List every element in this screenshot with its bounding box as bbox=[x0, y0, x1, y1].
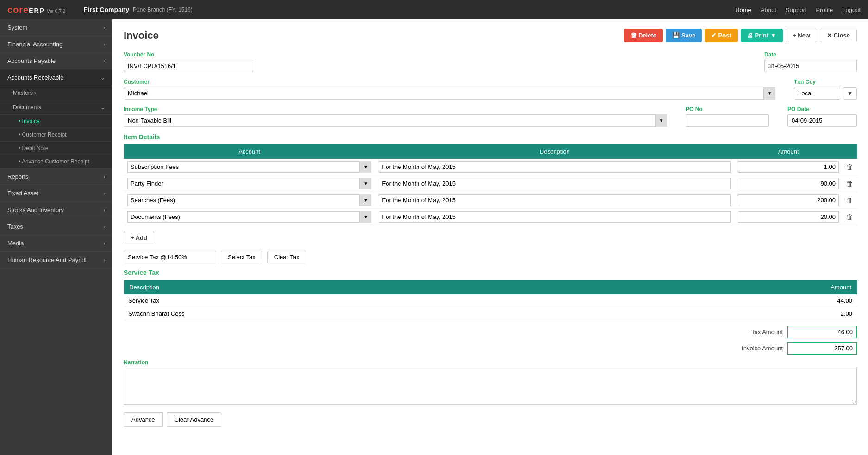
sidebar-item-masters[interactable]: Masters › bbox=[0, 86, 112, 100]
sidebar-sub-documents: • Invoice • Customer Receipt • Debit Not… bbox=[0, 115, 112, 168]
sidebar-item-hr-payroll[interactable]: Human Resource And Payroll › bbox=[0, 252, 112, 268]
add-row-button[interactable]: + Add bbox=[124, 231, 154, 244]
nav-support[interactable]: Support bbox=[786, 6, 807, 13]
print-button[interactable]: 🖨 Print ▼ bbox=[741, 29, 783, 42]
chevron-right-icon: › bbox=[103, 174, 105, 180]
voucher-no-group: Voucher No bbox=[124, 51, 253, 72]
bullet-icon: • bbox=[19, 145, 22, 151]
txn-ccy-dropdown-btn[interactable]: ▼ bbox=[843, 87, 857, 100]
income-type-group: Income Type ▼ bbox=[124, 106, 667, 127]
invoice-amount-input[interactable] bbox=[787, 342, 857, 355]
delete-button[interactable]: 🗑 Delete bbox=[624, 29, 663, 42]
po-date-group: PO Date bbox=[787, 106, 857, 127]
po-date-input[interactable] bbox=[787, 114, 857, 127]
sidebar-item-masters-label: Masters bbox=[13, 90, 33, 96]
sidebar-item-hr-payroll-label: Human Resource And Payroll bbox=[7, 256, 87, 263]
bullet-icon: • bbox=[19, 118, 22, 125]
sidebar-item-system[interactable]: System › bbox=[0, 19, 112, 36]
service-tax-title: Service Tax bbox=[124, 269, 857, 276]
po-no-label: PO No bbox=[686, 106, 769, 112]
tax-col-amount: Amount bbox=[710, 280, 857, 294]
txn-ccy-input[interactable] bbox=[794, 87, 840, 100]
brand: coreERP Ver 0.7.2 First Company Pune Bra… bbox=[7, 5, 193, 15]
bullet-icon: • bbox=[19, 158, 22, 165]
account-input-2[interactable] bbox=[127, 178, 371, 189]
nav-about[interactable]: About bbox=[761, 6, 776, 13]
income-type-input[interactable] bbox=[124, 114, 667, 127]
amount-input-1[interactable] bbox=[738, 161, 839, 173]
delete-row-btn-4[interactable]: 🗑 bbox=[846, 213, 853, 221]
select-tax-button[interactable]: Select Tax bbox=[221, 251, 262, 263]
post-button[interactable]: ✔ Post bbox=[705, 29, 737, 42]
date-input[interactable] bbox=[764, 60, 857, 72]
tax-input[interactable] bbox=[124, 251, 216, 263]
sidebar-item-advance-customer-receipt[interactable]: • Advance Customer Receipt bbox=[0, 155, 112, 168]
narration-section: Narration bbox=[124, 359, 857, 406]
narration-label: Narration bbox=[124, 359, 857, 366]
sidebar-item-accounts-payable[interactable]: Accounts Payable › bbox=[0, 53, 112, 69]
sidebar-item-stocks-and-inventory[interactable]: Stocks And Inventory › bbox=[0, 202, 112, 218]
account-input-4[interactable] bbox=[127, 211, 371, 223]
service-tax-description: Service Tax bbox=[124, 294, 710, 307]
clear-tax-button[interactable]: Clear Tax bbox=[267, 251, 306, 263]
po-no-input[interactable] bbox=[686, 114, 769, 127]
description-input-1[interactable] bbox=[379, 161, 731, 173]
customer-input[interactable] bbox=[124, 87, 775, 100]
account-input-1[interactable] bbox=[127, 161, 371, 173]
delete-row-btn-3[interactable]: 🗑 bbox=[846, 196, 853, 204]
voucher-no-input[interactable] bbox=[124, 60, 253, 72]
invoice-amount-label: Invoice Amount bbox=[727, 345, 783, 352]
amount-input-2[interactable] bbox=[738, 178, 839, 189]
amount-input-4[interactable] bbox=[738, 211, 839, 223]
nav-links: Home About Support Profile Logout bbox=[735, 6, 861, 13]
col-amount: Amount bbox=[734, 144, 843, 159]
navbar: coreERP Ver 0.7.2 First Company Pune Bra… bbox=[0, 0, 868, 19]
sidebar-item-financial-accounting[interactable]: Financial Accounting › bbox=[0, 36, 112, 53]
close-button[interactable]: ✕ Close bbox=[820, 29, 857, 42]
sidebar-item-documents[interactable]: Documents ⌄ bbox=[0, 100, 112, 115]
tax-amount-input[interactable] bbox=[787, 326, 857, 338]
tax-row-service-tax: Service Tax 44.00 bbox=[124, 294, 857, 307]
sidebar-item-customer-receipt[interactable]: • Customer Receipt bbox=[0, 128, 112, 142]
customer-label: Customer bbox=[124, 79, 775, 85]
col-description: Description bbox=[375, 144, 734, 159]
chevron-right-icon: › bbox=[103, 240, 105, 247]
layout: System › Financial Accounting › Accounts… bbox=[0, 19, 868, 455]
sidebar-item-accounts-receivable[interactable]: Accounts Receivable ⌄ bbox=[0, 69, 112, 86]
version-label: Ver 0.7.2 bbox=[47, 9, 65, 14]
sidebar-item-taxes[interactable]: Taxes › bbox=[0, 218, 112, 235]
delete-row-btn-2[interactable]: 🗑 bbox=[846, 180, 853, 187]
description-input-3[interactable] bbox=[379, 194, 731, 206]
sidebar-item-debit-note[interactable]: • Debit Note bbox=[0, 142, 112, 155]
amount-input-3[interactable] bbox=[738, 194, 839, 206]
description-input-4[interactable] bbox=[379, 211, 731, 223]
sidebar-item-fixed-asset-label: Fixed Asset bbox=[7, 190, 38, 197]
sidebar-item-media[interactable]: Media › bbox=[0, 235, 112, 252]
trash-icon: 🗑 bbox=[631, 32, 637, 39]
sidebar-item-reports[interactable]: Reports › bbox=[0, 168, 112, 185]
sidebar-item-advance-customer-receipt-label: Advance Customer Receipt bbox=[22, 158, 89, 165]
nav-logout[interactable]: Logout bbox=[842, 6, 861, 13]
print-dropdown-icon: ▼ bbox=[770, 32, 776, 39]
sidebar-item-stocks-inventory-label: Stocks And Inventory bbox=[7, 206, 64, 213]
sidebar-item-financial-accounting-label: Financial Accounting bbox=[7, 41, 62, 48]
save-button[interactable]: 💾 Save bbox=[666, 29, 702, 42]
tax-row-swachh: Swachh Bharat Cess 2.00 bbox=[124, 307, 857, 320]
delete-row-btn-1[interactable]: 🗑 bbox=[846, 163, 853, 171]
sidebar-item-invoice[interactable]: • Invoice bbox=[0, 115, 112, 128]
action-buttons: 🗑 Delete 💾 Save ✔ Post 🖨 Print ▼ + bbox=[624, 29, 857, 42]
nav-profile[interactable]: Profile bbox=[816, 6, 833, 13]
new-button[interactable]: + New bbox=[786, 29, 817, 42]
account-input-3[interactable] bbox=[127, 194, 371, 206]
logo: coreERP bbox=[7, 5, 45, 15]
nav-home[interactable]: Home bbox=[735, 6, 751, 13]
sidebar-item-fixed-asset[interactable]: Fixed Asset › bbox=[0, 185, 112, 202]
narration-textarea[interactable] bbox=[124, 368, 857, 405]
save-icon: 💾 bbox=[672, 32, 680, 39]
clear-advance-button[interactable]: Clear Advance bbox=[167, 412, 222, 427]
date-group: Date bbox=[764, 51, 857, 72]
advance-button[interactable]: Advance bbox=[124, 412, 163, 427]
form-row-voucher: Voucher No Date bbox=[124, 51, 857, 72]
description-input-2[interactable] bbox=[379, 178, 731, 189]
table-row: ▼ 🗑 bbox=[124, 159, 857, 175]
